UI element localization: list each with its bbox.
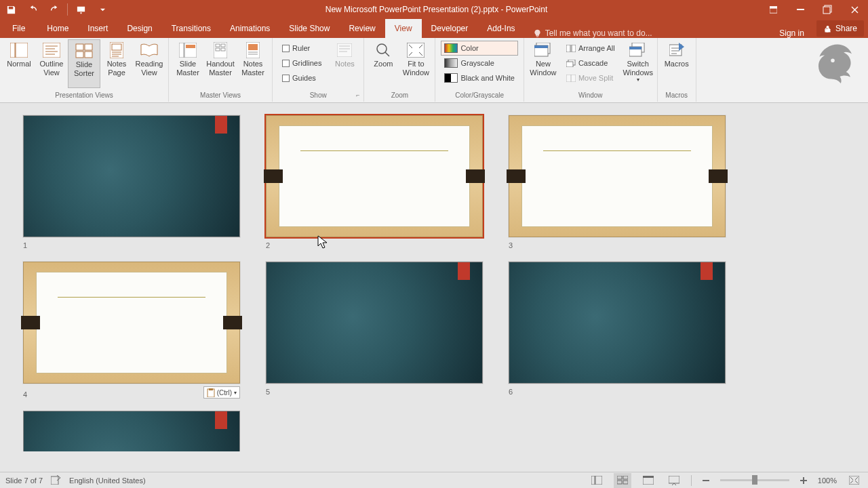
reading-view-button[interactable]: Reading View xyxy=(133,39,165,88)
svg-rect-11 xyxy=(76,52,83,58)
zoom-slider-handle[interactable] xyxy=(752,475,757,485)
tab-developer[interactable]: Developer xyxy=(422,19,478,38)
checkbox-icon xyxy=(282,75,290,82)
notes-button: Notes xyxy=(328,39,361,88)
tab-insert[interactable]: Insert xyxy=(78,19,117,38)
undo-button[interactable] xyxy=(22,0,43,19)
language-status[interactable]: English (United States) xyxy=(69,476,146,485)
slide-thumbnail-2[interactable]: 2 xyxy=(266,115,483,249)
outline-view-button[interactable]: Outline View xyxy=(35,39,68,88)
grayscale-button[interactable]: Grayscale xyxy=(441,56,517,70)
save-icon xyxy=(6,5,16,15)
gridlines-checkbox[interactable]: Gridlines xyxy=(278,56,326,70)
restore-icon xyxy=(823,5,832,14)
ribbon-display-icon xyxy=(770,6,777,14)
group-macros: Macros Macros xyxy=(658,38,696,102)
zoom-out-button[interactable] xyxy=(700,473,712,488)
tab-transitions[interactable]: Transitions xyxy=(162,19,220,38)
zoom-slider[interactable] xyxy=(720,479,789,481)
cascade-button[interactable]: Cascade xyxy=(562,56,619,70)
start-from-beginning-button[interactable] xyxy=(70,0,92,19)
normal-view-icon xyxy=(9,42,28,58)
presentation-icon xyxy=(76,5,86,15)
arrange-all-button[interactable]: Arrange All xyxy=(562,41,619,56)
slide-number: 1 xyxy=(23,241,240,249)
group-show: Ruler Gridlines Guides Notes Show⌐ xyxy=(273,38,364,102)
title-bar: New Microsoft PowerPoint Presentation (2… xyxy=(0,0,868,19)
tab-addins[interactable]: Add-Ins xyxy=(477,19,524,38)
dialog-launcher-icon[interactable]: ⌐ xyxy=(356,92,359,98)
svg-rect-50 xyxy=(643,476,654,478)
new-window-button[interactable]: New Window xyxy=(527,39,559,88)
slide-sorter-workspace[interactable]: 1 2 3 4 (Ctrl) ▾ 5 6 xyxy=(0,103,868,472)
group-label: Presentation Views xyxy=(55,92,113,100)
slide-sorter-icon xyxy=(75,43,94,59)
zoom-icon xyxy=(374,42,393,58)
handout-master-button[interactable]: Handout Master xyxy=(204,39,237,88)
restore-button[interactable] xyxy=(814,0,841,19)
fit-to-window-status-button[interactable] xyxy=(845,473,863,488)
svg-rect-44 xyxy=(595,476,602,485)
tab-review[interactable]: Review xyxy=(339,19,384,38)
macros-button[interactable]: Macros xyxy=(660,39,693,88)
svg-rect-1 xyxy=(770,6,777,7)
ribbon-tabs: File Home Insert Design Transitions Anim… xyxy=(0,19,868,38)
slide-thumbnail-1[interactable]: 1 xyxy=(23,115,240,249)
svg-rect-30 xyxy=(534,45,548,48)
bw-chip-icon xyxy=(444,73,458,83)
spell-check-icon[interactable] xyxy=(51,475,61,486)
save-button[interactable] xyxy=(0,0,22,19)
new-window-icon xyxy=(534,42,553,58)
tab-home[interactable]: Home xyxy=(37,19,78,38)
slide-thumbnail-4[interactable]: 4 (Ctrl) ▾ xyxy=(23,262,240,399)
fit-to-window-button[interactable]: Fit to Window xyxy=(399,39,432,88)
ruler-checkbox[interactable]: Ruler xyxy=(278,41,326,56)
notes-master-button[interactable]: Notes Master xyxy=(237,39,269,88)
outline-view-icon xyxy=(42,42,61,58)
slide-thumbnail-3[interactable]: 3 xyxy=(509,115,726,249)
group-label: Color/Grayscale xyxy=(455,92,504,100)
color-button[interactable]: Color xyxy=(441,41,517,56)
normal-view-button[interactable]: Normal xyxy=(3,39,35,88)
tab-slide-show[interactable]: Slide Show xyxy=(279,19,339,38)
tell-me-search[interactable]: Tell me what you want to do... xyxy=(525,28,652,38)
group-color-grayscale: Color Grayscale Black and White Color/Gr… xyxy=(435,38,524,102)
zoom-in-button[interactable] xyxy=(797,473,810,488)
tab-view[interactable]: View xyxy=(385,19,422,38)
status-bar: Slide 7 of 7 English (United States) 100… xyxy=(0,472,868,488)
checkbox-icon xyxy=(282,45,290,52)
slide-show-status-button[interactable] xyxy=(665,473,683,488)
svg-rect-20 xyxy=(221,44,225,47)
minimize-button[interactable] xyxy=(787,0,814,19)
reading-view-status-button[interactable] xyxy=(639,473,657,488)
zoom-level[interactable]: 100% xyxy=(818,476,837,485)
slide-thumbnail-6[interactable]: 6 xyxy=(509,262,726,399)
black-white-button[interactable]: Black and White xyxy=(441,70,517,85)
share-icon xyxy=(823,24,832,33)
chevron-down-icon: ▾ xyxy=(234,390,237,396)
sign-in-link[interactable]: Sign in xyxy=(771,28,812,38)
tab-file[interactable]: File xyxy=(0,19,37,38)
group-label: Window xyxy=(578,92,603,100)
qat-customize-button[interactable] xyxy=(92,0,113,19)
tab-animations[interactable]: Animations xyxy=(220,19,279,38)
notes-icon xyxy=(335,42,354,58)
slide-sorter-button[interactable]: Slide Sorter xyxy=(68,39,100,88)
slide-thumbnail-5[interactable]: 5 xyxy=(266,262,483,399)
slide-thumbnail-7[interactable] xyxy=(23,411,240,451)
quick-access-toolbar xyxy=(0,0,113,19)
guides-checkbox[interactable]: Guides xyxy=(278,70,326,85)
tab-design[interactable]: Design xyxy=(117,19,161,38)
normal-view-status-button[interactable] xyxy=(588,473,606,488)
ribbon-display-button[interactable] xyxy=(760,0,787,19)
notes-page-button[interactable]: Notes Page xyxy=(100,39,133,88)
paste-options-button[interactable]: (Ctrl) ▾ xyxy=(203,386,240,399)
slide-sorter-status-button[interactable] xyxy=(614,473,631,488)
switch-windows-button[interactable]: Switch Windows▾ xyxy=(622,39,654,88)
move-split-icon xyxy=(566,75,576,82)
zoom-button[interactable]: Zoom xyxy=(367,39,399,88)
redo-button[interactable] xyxy=(43,0,65,19)
close-button[interactable] xyxy=(841,0,868,19)
share-button[interactable]: Share xyxy=(816,20,864,37)
slide-master-button[interactable]: Slide Master xyxy=(172,39,204,88)
